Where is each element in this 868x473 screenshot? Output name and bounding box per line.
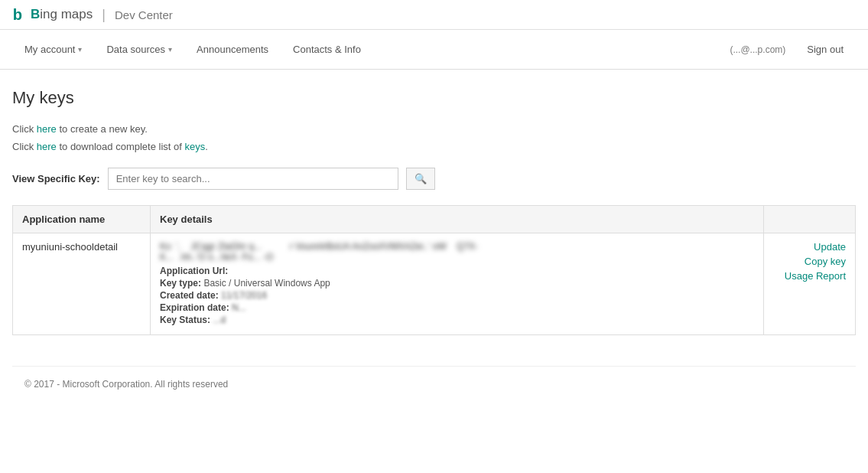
page-content: My keys Click here to create a new key. … [0, 70, 868, 420]
download-keys-link[interactable]: here [37, 141, 57, 152]
create-key-line-1: Click here to create a new key. [12, 123, 856, 135]
dev-center-label: Dev Center [115, 8, 173, 21]
created-date-row: Created date: 11/17/2016 [160, 290, 754, 301]
actions-cell: Update Copy key Usage Report [764, 233, 856, 335]
create-key-link[interactable]: here [37, 123, 57, 135]
search-button[interactable]: 🔍 [406, 168, 435, 190]
search-label: View Specific Key: [12, 173, 100, 184]
table-header-row: Application name Key details [13, 206, 856, 233]
bing-b-icon: b [12, 6, 28, 23]
col-key-details: Key details [151, 206, 764, 233]
my-account-caret-icon: ▾ [78, 45, 82, 54]
bing-maps-label: Bing maps [31, 7, 93, 22]
key-type-row: Key type: Basic / Universal Windows App [160, 278, 754, 289]
footer: © 2017 - Microsoft Corporation. All righ… [12, 366, 856, 402]
key-status-row: Key Status: ...d [160, 315, 754, 325]
keys-table: Application name Key details myuniuni-sc… [12, 205, 856, 335]
nav-announcements[interactable]: Announcements [184, 30, 281, 69]
nav-email: (...@...p.com) [720, 31, 795, 69]
update-link[interactable]: Update [773, 241, 846, 253]
nav-contacts-info[interactable]: Contacts & Info [281, 30, 373, 69]
search-section: View Specific Key: 🔍 [12, 168, 856, 190]
key-value-blurred: Ko ', JCqgr ZtaGhr q... r VounriirBoUA A… [160, 241, 754, 263]
nav-sign-out[interactable]: Sign out [795, 30, 856, 69]
search-input[interactable] [108, 168, 398, 190]
copy-key-link[interactable]: Copy key [773, 256, 846, 267]
key-details-cell: Ko ', JCqgr ZtaGhr q... r VounriirBoUA A… [151, 233, 764, 335]
data-sources-caret-icon: ▾ [168, 45, 172, 54]
create-key-line-2: Click here to download complete list of … [12, 141, 856, 152]
keys-link[interactable]: keys [184, 141, 205, 152]
usage-report-link[interactable]: Usage Report [773, 270, 846, 282]
search-icon: 🔍 [414, 173, 427, 184]
col-actions [764, 206, 856, 233]
app-url-row: Application Url: [160, 266, 754, 276]
footer-text: © 2017 - Microsoft Corporation. All righ… [24, 379, 228, 390]
page-title: My keys [12, 88, 856, 108]
expiration-date-row: Expiration date: N... [160, 302, 754, 313]
col-app-name: Application name [13, 206, 151, 233]
bing-logo: b Bing maps | Dev Center [12, 6, 173, 23]
nav-data-sources[interactable]: Data sources ▾ [94, 30, 184, 69]
table-row: myuniuni-schooldetail Ko ', JCqgr ZtaGhr… [13, 233, 856, 335]
logo-bar: b Bing maps | Dev Center [0, 0, 868, 30]
nav-my-account[interactable]: My account ▾ [12, 30, 94, 69]
svg-text:b: b [13, 6, 22, 23]
app-name-cell: myuniuni-schooldetail [13, 233, 151, 335]
nav-bar: My account ▾ Data sources ▾ Announcement… [0, 30, 868, 70]
logo-divider: | [102, 7, 106, 23]
